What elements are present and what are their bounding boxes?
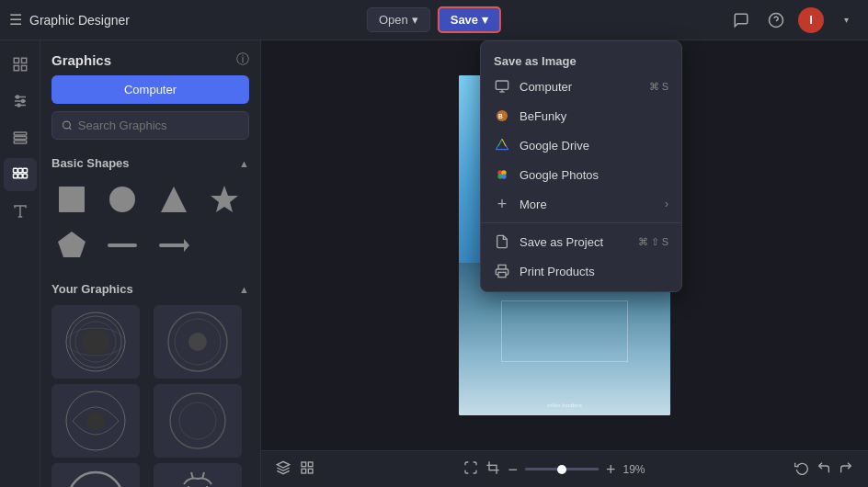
avatar[interactable]: I — [798, 7, 824, 33]
svg-rect-17 — [23, 168, 28, 173]
save-gdrive-label: Google Drive — [520, 139, 668, 153]
your-graphics-section-header[interactable]: Your Graphics ▲ — [40, 277, 260, 301]
computer-save-icon — [494, 78, 510, 95]
graphic-item-4[interactable] — [154, 384, 242, 458]
help-button[interactable] — [763, 7, 789, 33]
svg-rect-15 — [13, 168, 17, 173]
save-befunky-item[interactable]: B BeFunky — [481, 101, 681, 130]
fit-screen-icon[interactable] — [463, 460, 478, 478]
save-project-shortcut: ⌘ ⇧ S — [638, 236, 668, 248]
menu-icon[interactable]: ☰ — [9, 11, 22, 28]
save-gphotos-item[interactable]: Google Photos — [481, 160, 681, 189]
shape-square[interactable] — [51, 179, 92, 220]
sidebar-item-layers[interactable] — [4, 121, 37, 154]
print-icon — [494, 263, 510, 279]
comment-button[interactable] — [728, 7, 754, 33]
panel-header: Graphics ⓘ — [40, 40, 260, 75]
befunky-icon: B — [494, 108, 510, 124]
search-container — [51, 111, 249, 140]
svg-rect-25 — [59, 187, 85, 212]
svg-rect-3 — [21, 58, 26, 62]
zoom-in-icon[interactable]: + — [606, 461, 616, 478]
svg-point-69 — [501, 174, 506, 178]
more-icon: + — [494, 196, 510, 212]
svg-marker-28 — [211, 186, 238, 212]
gdrive-icon — [494, 137, 510, 153]
topbar: ☰ Graphic Designer Open ▾ Save ▾ I ▾ — [0, 0, 868, 40]
svg-point-23 — [63, 121, 70, 129]
save-gdrive-item[interactable]: Google Drive — [481, 130, 681, 160]
svg-rect-55 — [302, 469, 306, 473]
svg-rect-2 — [14, 58, 18, 62]
svg-line-65 — [502, 139, 506, 146]
project-icon — [494, 233, 510, 250]
svg-marker-27 — [161, 187, 187, 212]
svg-rect-12 — [14, 132, 27, 135]
inner-frame — [501, 300, 628, 362]
more-arrow-icon: › — [665, 198, 668, 210]
svg-point-10 — [21, 100, 24, 103]
sidebar-item-graphics[interactable] — [4, 158, 37, 191]
sidebar-item-grid[interactable] — [4, 48, 37, 81]
graphic-item-5[interactable] — [51, 463, 140, 487]
graphic-item-2[interactable] — [154, 305, 242, 379]
redo-icon[interactable] — [839, 460, 853, 478]
graphic-item-1[interactable] — [51, 305, 140, 379]
crop-icon[interactable] — [485, 460, 500, 478]
open-button[interactable]: Open ▾ — [367, 7, 430, 32]
zoom-out-icon[interactable]: − — [508, 461, 518, 478]
svg-rect-70 — [498, 272, 506, 277]
save-more-item[interactable]: + More › — [481, 189, 681, 219]
svg-rect-54 — [308, 462, 313, 467]
info-icon[interactable]: ⓘ — [236, 51, 249, 68]
graphic-item-3[interactable] — [51, 384, 140, 458]
print-label: Print Products — [520, 265, 668, 278]
bottombar: − + 19% — [261, 450, 868, 487]
zoom-slider[interactable] — [525, 468, 599, 470]
svg-rect-13 — [14, 137, 27, 140]
svg-rect-14 — [14, 141, 27, 143]
zoom-thumb — [557, 465, 566, 474]
save-befunky-label: BeFunky — [520, 109, 668, 123]
graphics-grid — [40, 301, 260, 487]
svg-rect-19 — [17, 174, 22, 178]
computer-upload-button[interactable]: Computer — [51, 75, 249, 104]
shape-circle[interactable] — [102, 179, 143, 220]
svg-rect-20 — [23, 174, 28, 178]
save-as-image-label: Save as Image — [481, 47, 681, 72]
shape-triangle[interactable] — [154, 179, 194, 220]
svg-point-9 — [16, 96, 18, 98]
panel-title: Graphics — [51, 52, 111, 68]
shape-arrow[interactable] — [154, 225, 194, 266]
print-products-item[interactable]: Print Products — [481, 256, 681, 286]
svg-point-36 — [82, 328, 109, 356]
account-chevron-icon[interactable]: ▾ — [833, 7, 859, 33]
shapes-grid — [40, 176, 260, 277]
save-button[interactable]: Save ▾ — [438, 6, 501, 33]
shape-star[interactable] — [204, 179, 245, 220]
basic-shapes-section-header[interactable]: Basic Shapes ▲ — [40, 151, 260, 176]
svg-point-47 — [68, 472, 123, 487]
svg-rect-5 — [21, 66, 26, 71]
svg-rect-18 — [13, 174, 17, 178]
graphic-item-6[interactable] — [154, 463, 242, 487]
layers-icon[interactable] — [276, 460, 291, 478]
open-label: Open — [379, 13, 408, 27]
svg-point-45 — [179, 402, 216, 439]
undo-icon[interactable] — [817, 460, 831, 478]
search-input[interactable] — [78, 119, 239, 132]
svg-marker-29 — [58, 232, 86, 257]
svg-text:B: B — [498, 113, 503, 119]
save-computer-item[interactable]: Computer ⌘ S — [481, 72, 681, 101]
shape-pentagon[interactable] — [51, 225, 92, 266]
sidebar-item-adjust[interactable] — [4, 85, 37, 118]
save-chevron: ▾ — [482, 13, 488, 27]
grid-icon[interactable] — [300, 460, 314, 478]
refresh-icon[interactable] — [794, 460, 809, 478]
svg-marker-52 — [277, 461, 289, 468]
bottombar-left — [276, 460, 314, 478]
shape-line[interactable] — [102, 225, 143, 266]
save-project-item[interactable]: Save as Project ⌘ ⇧ S — [481, 227, 681, 256]
sidebar-item-text[interactable] — [4, 195, 37, 228]
svg-marker-63 — [496, 139, 508, 149]
